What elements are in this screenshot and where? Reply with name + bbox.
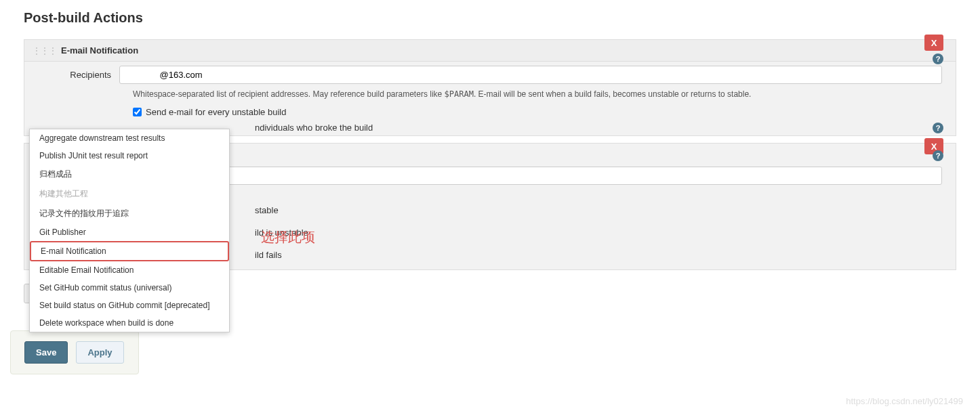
- dropdown-item-archive[interactable]: 归档成品: [30, 165, 229, 184]
- help-icon[interactable]: ?: [933, 123, 943, 133]
- annotation-label: 选择此项: [261, 228, 315, 246]
- dropdown-item-editable-email[interactable]: Editable Email Notification: [30, 261, 229, 279]
- dropdown-item-email-notification[interactable]: E-mail Notification: [30, 241, 229, 261]
- dropdown-item-github-status[interactable]: Set GitHub commit status (universal): [30, 279, 229, 297]
- help-icon[interactable]: ?: [933, 53, 943, 64]
- dropdown-item-junit[interactable]: Publish JUnit test result report: [30, 147, 229, 165]
- dropdown-item-fingerprint[interactable]: 记录文件的指纹用于追踪: [30, 204, 229, 223]
- recipients-row: Recipients: [24, 62, 956, 88]
- unstable-checkbox-row: Send e-mail for every unstable build: [24, 104, 956, 120]
- dropdown-item-aggregate[interactable]: Aggregate downstream test results: [30, 129, 229, 147]
- recipients-label: Recipients: [38, 70, 119, 80]
- button-bar: Save Apply: [10, 330, 139, 374]
- drag-handle-icon[interactable]: ⋮⋮⋮: [33, 46, 57, 56]
- unstable-checkbox[interactable]: [133, 108, 142, 116]
- add-action-dropdown: Aggregate downstream test results Publis…: [29, 129, 230, 332]
- recipients-input[interactable]: [119, 66, 942, 84]
- dropdown-item-delete-workspace[interactable]: Delete workspace when build is done: [30, 314, 229, 332]
- dropdown-item-build-other: 构建其他工程: [30, 184, 229, 204]
- recipients-help-text: Whitespace-separated list of recipient a…: [24, 88, 956, 104]
- hidden-input[interactable]: [119, 167, 942, 185]
- help-icon[interactable]: ?: [933, 150, 943, 161]
- dropdown-item-github-deprecated[interactable]: Set build status on GitHub commit [depre…: [30, 297, 229, 314]
- dropdown-item-git-publisher[interactable]: Git Publisher: [30, 223, 229, 241]
- panel-header: ⋮⋮⋮ E-mail Notification: [24, 40, 956, 62]
- close-button[interactable]: X: [924, 35, 943, 51]
- apply-button[interactable]: Apply: [76, 341, 123, 364]
- page-title: Post-build Actions: [0, 0, 980, 32]
- save-button[interactable]: Save: [24, 341, 68, 364]
- panel-title: E-mail Notification: [61, 45, 138, 56]
- unstable-checkbox-label: Send e-mail for every unstable build: [146, 107, 286, 117]
- email-notification-panel: X ? ⋮⋮⋮ E-mail Notification Recipients W…: [24, 39, 956, 136]
